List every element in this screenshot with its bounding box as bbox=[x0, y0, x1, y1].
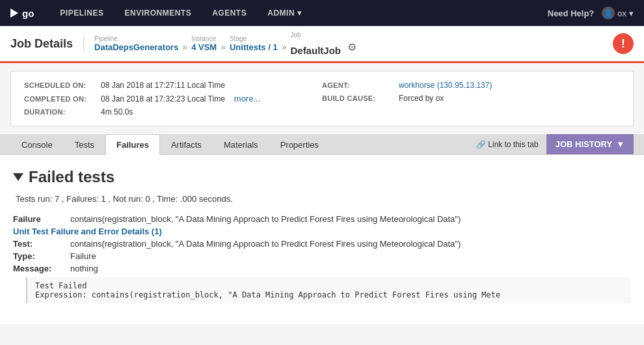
unit-test-link-row: Unit Test Failure and Error Details (1) bbox=[13, 227, 631, 236]
completed-label: COMPLETED ON: bbox=[24, 95, 96, 103]
admin-chevron-icon: ▾ bbox=[297, 8, 302, 18]
tab-failures[interactable]: Failures bbox=[105, 134, 160, 155]
stage-breadcrumb: Stage Unittests / 1 bbox=[230, 35, 278, 52]
type-row: Type: Failure bbox=[13, 251, 631, 261]
duration-label: DURATION: bbox=[24, 108, 96, 116]
user-chevron-icon: ▾ bbox=[629, 8, 634, 18]
test-row: Test: contains(registration_block, "A Da… bbox=[13, 239, 631, 249]
scheduled-row: SCHEDULED ON: 08 Jan 2018 at 17:27:11 Lo… bbox=[24, 81, 322, 90]
page-header: Job Details Pipeline DataDepsGenerators … bbox=[0, 26, 644, 63]
pipeline-label: Pipeline bbox=[94, 35, 178, 42]
stage-label: Stage bbox=[230, 35, 278, 42]
job-history-label: JOB HISTORY bbox=[556, 139, 612, 149]
duration-value: 4m 50.0s bbox=[101, 107, 133, 117]
job-history-chevron: ▼ bbox=[616, 139, 624, 149]
failure-row: Failure contains(registration_block, "A … bbox=[13, 214, 631, 224]
scheduled-label: SCHEDULED ON: bbox=[24, 81, 96, 89]
failed-tests-heading: Failed tests bbox=[13, 168, 631, 186]
collapse-icon[interactable] bbox=[13, 173, 23, 181]
user-icon: 👤 bbox=[602, 7, 615, 20]
build-cause-label: BUILD CAUSE: bbox=[322, 94, 394, 102]
build-cause-value: Forced by ox bbox=[399, 94, 444, 103]
job-info-box: SCHEDULED ON: 08 Jan 2018 at 17:27:11 Lo… bbox=[10, 71, 634, 126]
test-value: contains(registration_block, "A Data Min… bbox=[70, 239, 461, 249]
nav-right: Need Help? 👤 ox ▾ bbox=[548, 7, 634, 20]
message-label: Message: bbox=[13, 264, 65, 273]
failed-tests-title-text: Failed tests bbox=[29, 168, 114, 186]
logo-triangle-icon bbox=[10, 8, 18, 18]
build-cause-row: BUILD CAUSE: Forced by ox bbox=[322, 94, 620, 104]
more-link[interactable]: more... bbox=[234, 94, 260, 104]
arrow-icon-2: » bbox=[221, 42, 226, 52]
scheduled-value: 08 Jan 2018 at 17:27:11 Local Time bbox=[101, 81, 225, 90]
link-to-tab-button[interactable]: 🔗 Link to this tab bbox=[468, 134, 546, 154]
job-label: Job bbox=[290, 31, 341, 38]
job-history-button[interactable]: JOB HISTORY ▼ bbox=[546, 134, 634, 154]
page-title: Job Details bbox=[10, 37, 84, 51]
top-navigation: go PIPELINES ENVIRONMENTS AGENTS ADMIN ▾… bbox=[0, 0, 644, 26]
nav-admin-label: ADMIN bbox=[267, 8, 295, 18]
arrow-icon-1: » bbox=[182, 42, 187, 52]
code-block: Test Failed Expression: contains(registr… bbox=[26, 277, 631, 303]
tab-console[interactable]: Console bbox=[10, 134, 64, 155]
tabs-bar: Console Tests Failures Artifacts Materia… bbox=[0, 134, 644, 155]
tab-tests[interactable]: Tests bbox=[64, 134, 105, 155]
breadcrumb: Pipeline DataDepsGenerators » Instance 4… bbox=[94, 31, 613, 56]
agent-link[interactable]: workhorse (130.95.13.137) bbox=[399, 81, 492, 90]
stage-link[interactable]: Unittests / 1 bbox=[230, 42, 278, 52]
instance-breadcrumb: Instance 4 VSM bbox=[191, 35, 217, 52]
instance-label: Instance bbox=[191, 35, 217, 42]
completed-value: 08 Jan 2018 at 17:32:23 Local Time bbox=[101, 94, 225, 104]
type-label: Type: bbox=[13, 251, 65, 261]
pipeline-link[interactable]: DataDepsGenerators bbox=[94, 42, 178, 52]
nav-environments[interactable]: ENVIRONMENTS bbox=[114, 0, 202, 26]
nav-items: PIPELINES ENVIRONMENTS AGENTS ADMIN ▾ bbox=[49, 0, 547, 26]
tab-properties[interactable]: Properties bbox=[269, 134, 330, 155]
duration-row: DURATION: 4m 50.0s bbox=[24, 107, 322, 117]
code-line-1: Test Failed bbox=[35, 281, 623, 290]
alert-icon[interactable]: ! bbox=[613, 33, 634, 54]
type-value: Failure bbox=[70, 251, 96, 261]
job-value: DefaultJob bbox=[290, 45, 341, 56]
message-value: nothing bbox=[70, 264, 98, 273]
logo-text: go bbox=[22, 8, 34, 19]
main-content: Failed tests Tests run: 7 , Failures: 1 … bbox=[0, 155, 644, 324]
message-row: Message: nothing bbox=[13, 264, 631, 273]
tests-summary: Tests run: 7 , Failures: 1 , Not run: 0 … bbox=[13, 194, 631, 204]
code-line-2: Expression: contains(registration_block,… bbox=[35, 290, 623, 299]
job-breadcrumb: Job DefaultJob bbox=[290, 31, 341, 56]
arrow-icon-3: » bbox=[282, 42, 287, 52]
test-label: Test: bbox=[13, 239, 65, 249]
instance-link[interactable]: 4 VSM bbox=[191, 42, 217, 52]
agent-row: AGENT: workhorse (130.95.13.137) bbox=[322, 81, 620, 90]
tab-artifacts[interactable]: Artifacts bbox=[160, 134, 213, 155]
failure-value: contains(registration_block, "A Data Min… bbox=[70, 214, 461, 224]
pipeline-breadcrumb: Pipeline DataDepsGenerators bbox=[94, 35, 178, 52]
tab-materials[interactable]: Materials bbox=[213, 134, 269, 155]
failure-block: Failure contains(registration_block, "A … bbox=[13, 214, 631, 303]
unit-test-link[interactable]: Unit Test Failure and Error Details (1) bbox=[13, 227, 162, 236]
help-link[interactable]: Need Help? bbox=[548, 8, 595, 18]
user-menu[interactable]: 👤 ox ▾ bbox=[602, 7, 634, 20]
logo[interactable]: go bbox=[10, 8, 34, 19]
nav-admin[interactable]: ADMIN ▾ bbox=[257, 0, 312, 26]
nav-agents[interactable]: AGENTS bbox=[202, 0, 257, 26]
agent-label: AGENT: bbox=[322, 81, 394, 89]
completed-row: COMPLETED ON: 08 Jan 2018 at 17:32:23 Lo… bbox=[24, 94, 322, 104]
nav-pipelines[interactable]: PIPELINES bbox=[49, 0, 114, 26]
gear-icon[interactable]: ⚙ bbox=[347, 41, 356, 53]
user-label: ox bbox=[617, 8, 626, 18]
failure-label: Failure bbox=[13, 214, 65, 224]
